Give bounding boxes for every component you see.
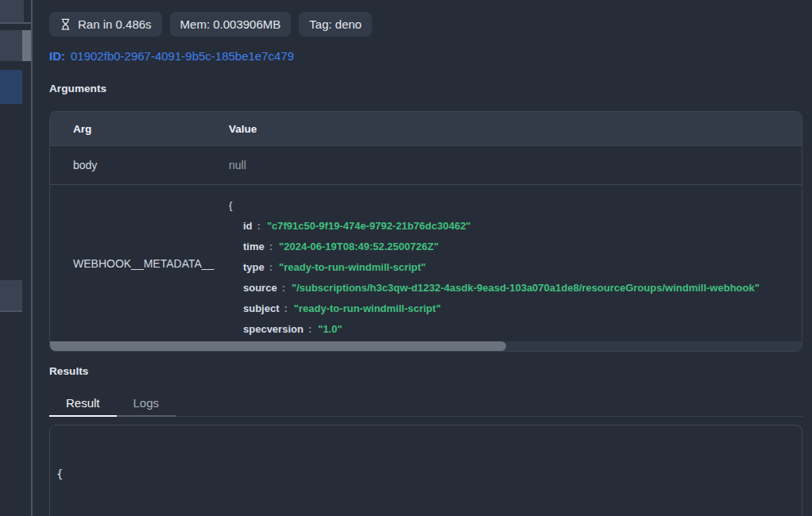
run-stats-badges: Ran in 0.486s Mem: 0.003906MB Tag: deno (49, 12, 372, 37)
tag-badge: Tag: deno (299, 12, 372, 37)
json-entry-id: id:"c7f91c50-9f19-474e-9792-21b76dc30462… (229, 216, 802, 237)
memory-badge: Mem: 0.003906MB (170, 12, 292, 37)
runtime-badge-label: Ran in 0.486s (78, 17, 152, 31)
table-horizontal-scrollbar[interactable] (50, 341, 802, 351)
tag-badge-label: Tag: deno (309, 17, 362, 31)
json-entry-time: time:"2024-06-19T08:49:52.2500726Z" (229, 237, 802, 257)
arg-name-body: body (50, 159, 229, 171)
webhook-metadata-json: { id:"c7f91c50-9f19-474e-9792-21b76dc304… (229, 185, 802, 342)
table-scrollbar-thumb[interactable] (50, 341, 506, 351)
result-code-block: { "str": "default arg", "union": "Hello … (49, 425, 802, 516)
column-header-value: Value (229, 123, 802, 135)
left-panel-scrollbar-thumb[interactable] (22, 30, 31, 61)
memory-badge-label: Mem: 0.003906MB (180, 17, 281, 31)
table-row-body: body null (50, 146, 802, 185)
results-tabs: Result Logs (49, 391, 802, 417)
json-entry-type: type:"ready-to-run-windmill-script" (229, 257, 802, 278)
left-panel-block (0, 30, 24, 61)
run-detail-main: Ran in 0.486s Mem: 0.003906MB Tag: deno … (49, 0, 802, 516)
hourglass-icon (60, 18, 72, 30)
job-id-label: ID: (49, 49, 65, 63)
table-row-webhook-metadata: WEBHOOK__METADATA__ { id:"c7f91c50-9f19-… (50, 185, 802, 342)
json-open-brace: { (229, 195, 802, 216)
arg-value-body: null (229, 159, 802, 171)
left-panel-block-top (0, 0, 24, 22)
left-panel-block-lower (0, 280, 22, 312)
results-section-title: Results (49, 365, 88, 377)
panel-split-divider[interactable] (31, 0, 33, 516)
result-open-brace: { (56, 466, 802, 482)
json-entry-subject: subject:"ready-to-run-windmill-script" (229, 298, 802, 319)
arguments-table: Arg Value body null WEBHOOK__METADATA__ … (49, 111, 802, 352)
json-entry-specversion: specversion:"1.0" (229, 319, 802, 340)
arg-name-webhook-metadata: WEBHOOK__METADATA__ (50, 185, 229, 342)
runtime-badge: Ran in 0.486s (49, 12, 162, 37)
arguments-table-header: Arg Value (50, 112, 802, 146)
tab-result[interactable]: Result (49, 391, 117, 417)
arguments-section-title: Arguments (49, 83, 106, 94)
job-id-value[interactable]: 01902fb0-2967-4091-9b5c-185be1e7c479 (71, 49, 294, 63)
tab-logs[interactable]: Logs (117, 391, 176, 417)
job-id-row: ID:01902fb0-2967-4091-9b5c-185be1e7c479 (49, 49, 294, 63)
column-header-arg: Arg (50, 123, 229, 135)
left-panel-divider-line (0, 22, 31, 24)
left-panel-fragment (0, 0, 33, 516)
run-detail-page: Ran in 0.486s Mem: 0.003906MB Tag: deno … (0, 0, 812, 516)
json-entry-source: source:"/subscriptions/h3c3qw-d1232-4asd… (229, 278, 802, 298)
left-panel-selected-block[interactable] (0, 70, 22, 104)
